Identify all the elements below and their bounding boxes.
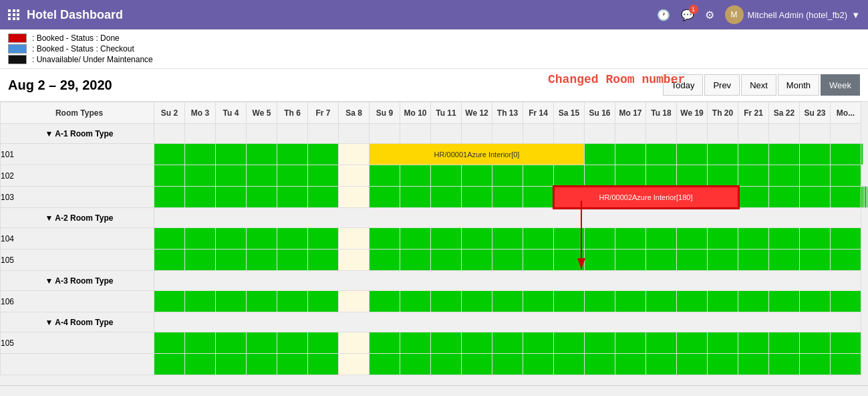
r101-sa15[interactable] (585, 144, 615, 165)
r101-mo17[interactable] (646, 144, 677, 165)
r102-sa22[interactable] (769, 165, 800, 187)
legend-color-maintenance (8, 55, 27, 64)
r101-su23[interactable] (831, 144, 861, 165)
r102-tu4[interactable] (216, 165, 247, 187)
chat-icon[interactable]: 💬 1 (681, 9, 694, 21)
room-103-label: 103 (1, 187, 154, 208)
rt-a1-sa15 (554, 124, 585, 144)
r103-mo3[interactable] (185, 187, 216, 208)
r102-su16[interactable] (585, 165, 615, 187)
r101-su2[interactable] (154, 144, 185, 165)
month-button[interactable]: Month (778, 74, 819, 96)
r101-th6[interactable] (277, 144, 308, 165)
rt-a1-we19 (677, 124, 708, 144)
rt-a1-mo3 (185, 124, 216, 144)
rt-a1-tu18 (646, 124, 677, 144)
user-menu[interactable]: M Mitchell Admin (hotel_fb2) ▼ (725, 5, 860, 24)
rt-a1-th13 (492, 124, 523, 144)
r102-tu18[interactable] (646, 165, 677, 187)
r102-mo17[interactable] (615, 165, 646, 187)
col-header-mo10: Mo 10 (400, 102, 431, 124)
settings-icon[interactable]: ⚙ (705, 9, 714, 21)
r101-th20[interactable] (738, 144, 769, 165)
user-name: Mitchell Admin (hotel_fb2) (748, 10, 848, 20)
navbar-brand: Hotel Dashboard (8, 8, 123, 22)
r101-tu4[interactable] (216, 144, 247, 165)
prev-button[interactable]: Prev (704, 74, 740, 96)
scrollbar-bottom[interactable] (0, 385, 868, 396)
r102-su23[interactable] (800, 165, 831, 187)
rt-a1-we5 (247, 124, 277, 144)
r101-fr21[interactable] (769, 144, 800, 165)
r103-th6[interactable] (277, 187, 308, 208)
r101-we5[interactable] (247, 144, 277, 165)
r102-we19[interactable] (677, 165, 708, 187)
r102-th6[interactable] (277, 165, 308, 187)
r103-tu11[interactable] (431, 187, 462, 208)
r103-mo[interactable] (866, 187, 868, 208)
r103-tu4[interactable] (216, 187, 247, 208)
legend-label-checkout: : Booked - Status : Checkout (32, 44, 134, 54)
r101-tu18[interactable] (677, 144, 708, 165)
r101-sa22[interactable] (800, 144, 831, 165)
r102-mo[interactable] (831, 165, 861, 187)
r103-th20[interactable] (831, 187, 861, 208)
r102-sa8[interactable] (339, 165, 370, 187)
r102-su9[interactable] (370, 165, 400, 187)
legend-item-done: : Booked - Status : Done (8, 33, 860, 43)
r102-th20[interactable] (708, 165, 738, 187)
clock-icon[interactable]: 🕐 (657, 9, 670, 21)
app-title: Hotel Dashboard (27, 8, 123, 22)
r101-we19[interactable] (708, 144, 738, 165)
rt-a1-fr14 (523, 124, 554, 144)
r102-we12[interactable] (462, 165, 492, 187)
r101-sa8[interactable] (339, 144, 370, 165)
r103-th13[interactable] (492, 187, 523, 208)
r102-th13[interactable] (492, 165, 523, 187)
r103-sa8[interactable] (339, 187, 370, 208)
r102-su2[interactable] (154, 165, 185, 187)
r102-fr21[interactable] (738, 165, 769, 187)
grid-icon (8, 9, 20, 20)
r103-tu18[interactable] (769, 187, 800, 208)
r103-fr14[interactable] (523, 187, 554, 208)
legend-label-done: : Booked - Status : Done (32, 33, 120, 43)
dropdown-icon: ▼ (851, 10, 860, 20)
col-header-we5: We 5 (247, 102, 277, 124)
room-103-row: 103 HR/00002Azure I (1, 187, 868, 208)
r103-we12[interactable] (462, 187, 492, 208)
rt-a1-sa22 (769, 124, 800, 144)
r103-we5[interactable] (247, 187, 277, 208)
r102-we5[interactable] (247, 165, 277, 187)
room-type-a4-label: ▼ A-4 Room Type (1, 312, 154, 332)
r103-mo17[interactable] (738, 187, 769, 208)
r102-mo3[interactable] (185, 165, 216, 187)
r102-fr7[interactable] (308, 165, 339, 187)
r101-fr7[interactable] (308, 144, 339, 165)
r102-mo10[interactable] (400, 165, 431, 187)
r101-mo3[interactable] (185, 144, 216, 165)
r102-sa15[interactable] (554, 165, 585, 187)
week-button[interactable]: Week (821, 74, 860, 96)
cal-scroll-area[interactable]: Room Types Su 2 Mo 3 Tu 4 We 5 Th 6 Fr 7… (0, 102, 868, 385)
r103-su9[interactable] (370, 187, 400, 208)
r103-fr7[interactable] (308, 187, 339, 208)
r102-fr14[interactable] (523, 165, 554, 187)
col-header-su23: Su 23 (800, 102, 831, 124)
rt-a1-fr21 (738, 124, 769, 144)
r103-we19[interactable] (800, 187, 831, 208)
r103-booking-red[interactable]: HR/00002Azure Interior[180] (554, 187, 738, 208)
col-header-su16: Su 16 (585, 102, 615, 124)
cal-nav: Today Prev Next Month Week (663, 74, 860, 96)
r103-mo10[interactable] (400, 187, 431, 208)
col-header-tu18: Tu 18 (646, 102, 677, 124)
col-header-th13: Th 13 (492, 102, 523, 124)
next-button[interactable]: Next (741, 74, 776, 96)
r101-su16[interactable] (615, 144, 646, 165)
page-wrapper: Hotel Dashboard 🕐 💬 1 ⚙ M Mitchell Admin… (0, 0, 868, 396)
r101-booking-yellow[interactable]: HR/00001Azure Interior[0] (370, 144, 585, 165)
r103-su2[interactable] (154, 187, 185, 208)
col-header-su9: Su 9 (370, 102, 400, 124)
r101-mo[interactable] (861, 144, 863, 165)
r102-tu11[interactable] (431, 165, 462, 187)
